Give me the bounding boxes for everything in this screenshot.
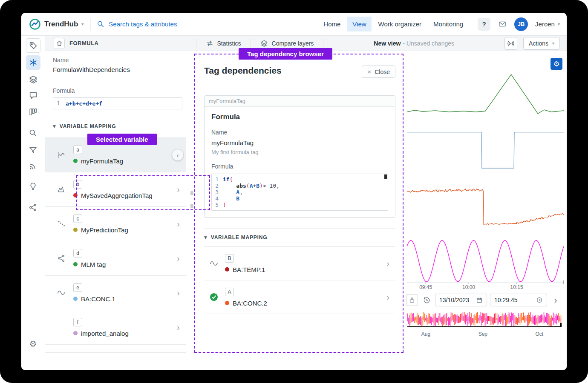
view-name-group: New view - Unsaved changes bbox=[374, 40, 454, 47]
lock-icon bbox=[409, 297, 415, 303]
statistics-button[interactable]: Statistics bbox=[196, 36, 251, 51]
variable-row-f[interactable]: f imported_analog › bbox=[45, 310, 186, 345]
close-icon: × bbox=[367, 69, 371, 75]
broadcast-icon bbox=[507, 40, 515, 47]
scatter-nodes-icon bbox=[29, 203, 37, 212]
rail-annotations-button[interactable] bbox=[26, 88, 40, 103]
actions-button[interactable]: Actions ▾ bbox=[523, 37, 560, 50]
variable-row-e[interactable]: e BA:CONC.1 › bbox=[45, 276, 186, 310]
trend-tag-icon bbox=[55, 289, 67, 297]
variable-mapping-label: VARIABLE MAPPING bbox=[60, 123, 116, 129]
tag-color-dot bbox=[73, 193, 78, 197]
rail-context-button[interactable] bbox=[26, 200, 40, 214]
chevron-right-icon: › bbox=[177, 323, 186, 332]
nav-work-organizer[interactable]: Work organizer bbox=[373, 17, 427, 31]
search-bar[interactable] bbox=[97, 20, 312, 28]
app-logo[interactable]: TrendHub ▾ bbox=[29, 18, 84, 30]
close-button[interactable]: × Close bbox=[362, 66, 395, 78]
live-mode-button[interactable] bbox=[504, 37, 517, 50]
help-button[interactable]: ? bbox=[478, 18, 490, 31]
time-field[interactable]: 10:29:45 bbox=[490, 294, 547, 306]
variable-row-a[interactable]: a myFormulaTag ‹ bbox=[45, 138, 186, 172]
app-name: TrendHub bbox=[44, 20, 78, 29]
step-forward-button[interactable]: › bbox=[550, 294, 561, 306]
panel-scrollbar-handle[interactable] bbox=[190, 191, 193, 195]
name-label: Name bbox=[211, 129, 388, 136]
date-field[interactable]: 13/10/2023 bbox=[435, 294, 487, 306]
chart-settings-button[interactable]: ⚙ bbox=[551, 58, 562, 70]
formula-expression-editor[interactable]: 1 a+b+c+d+e+f bbox=[53, 97, 182, 109]
chevron-right-icon: › bbox=[177, 254, 186, 263]
user-menu[interactable]: Jeroen ▾ bbox=[535, 20, 560, 28]
settings-button[interactable]: ⚙ bbox=[29, 339, 37, 349]
tag-name: MLM tag bbox=[81, 261, 106, 268]
dependency-variable-mapping-toggle[interactable]: ▼ VARIABLE MAPPING bbox=[204, 228, 395, 247]
variable-key-badge: b bbox=[73, 180, 82, 189]
aggregation-tag-icon bbox=[55, 185, 67, 194]
icon-rail: ⚙ bbox=[21, 36, 45, 370]
mapping-row-a[interactable]: A BA:CONC.2 › bbox=[204, 280, 395, 314]
collapse-panel-button[interactable]: ‹ bbox=[172, 149, 184, 161]
month-label: Sep bbox=[478, 331, 487, 337]
user-caret-icon: ▾ bbox=[558, 22, 560, 26]
formula-label: Formula bbox=[211, 163, 388, 170]
tag-color-dot bbox=[73, 331, 78, 335]
rail-layers-button[interactable] bbox=[26, 72, 40, 87]
variable-row-b[interactable]: b MySavedAggregationTag › bbox=[45, 172, 186, 207]
variable-mapping-toggle[interactable]: ▼ VARIABLE MAPPING bbox=[53, 121, 186, 131]
messages-button[interactable] bbox=[498, 20, 507, 28]
rail-formulas-button[interactable] bbox=[26, 55, 40, 70]
trendhub-logo-icon bbox=[29, 18, 41, 30]
code-line: 3 A, bbox=[212, 189, 388, 195]
tag-name: MyPredictionTag bbox=[81, 226, 128, 234]
search-input[interactable] bbox=[109, 20, 312, 28]
statistics-icon bbox=[206, 40, 213, 47]
avatar[interactable]: JB bbox=[514, 17, 528, 31]
trend-plot[interactable] bbox=[407, 70, 564, 285]
code-line: 1if( bbox=[212, 176, 388, 183]
series-orange-step-drop bbox=[407, 189, 564, 224]
card-formula-heading: Formula bbox=[211, 113, 388, 121]
actions-caret-icon: ▾ bbox=[552, 41, 554, 46]
variable-list: a myFormulaTag ‹ bbox=[45, 137, 186, 345]
variable-row-d[interactable]: d MLM tag › bbox=[45, 241, 186, 276]
nav-home[interactable]: Home bbox=[318, 17, 346, 31]
formula-panel: Name FormulaWithDependencies Formula 1 a… bbox=[45, 51, 186, 353]
rail-recommendations-button[interactable] bbox=[26, 179, 40, 193]
tag-name: MySavedAggregationTag bbox=[81, 192, 153, 199]
tag-name: BA:TEMP.1 bbox=[233, 266, 265, 273]
gear-icon: ⚙ bbox=[29, 339, 37, 349]
rail-dashboards-button[interactable] bbox=[26, 105, 40, 119]
context-timeline[interactable] bbox=[407, 312, 562, 327]
tag-color-dot bbox=[73, 262, 78, 266]
search-small-icon bbox=[29, 129, 37, 137]
home-icon bbox=[56, 40, 63, 46]
compare-layers-button[interactable]: Compare layers bbox=[251, 36, 323, 51]
nav-monitoring[interactable]: Monitoring bbox=[428, 17, 468, 31]
month-label: Oct bbox=[536, 331, 544, 337]
dependency-code-lines: 1if(2 abs(A+B)> 10,3 A,4 B5) bbox=[212, 176, 388, 208]
clock-icon bbox=[536, 297, 543, 303]
rail-tags-button[interactable] bbox=[26, 38, 40, 53]
variable-key-badge: d bbox=[73, 249, 82, 257]
formula-code-editor[interactable]: 1if(2 abs(A+B)> 10,3 A,4 B5) bbox=[211, 174, 388, 211]
columns-icon bbox=[29, 107, 38, 117]
chevron-right-icon: › bbox=[177, 220, 186, 228]
calendar-icon bbox=[476, 297, 483, 303]
rail-monitors-button[interactable] bbox=[26, 159, 40, 173]
time-tick-label: 10:00 bbox=[462, 284, 475, 290]
rail-search-button[interactable] bbox=[26, 126, 40, 140]
tag-name-value: myFormulaTag bbox=[211, 139, 388, 147]
scrollbar-thumb[interactable] bbox=[384, 174, 387, 179]
code-line: 4 B bbox=[212, 195, 388, 202]
mapping-row-b[interactable]: B BA:TEMP.1 › bbox=[204, 247, 395, 280]
history-button[interactable] bbox=[421, 294, 432, 306]
nav-view[interactable]: View bbox=[347, 17, 371, 31]
variable-row-c[interactable]: c MyPredictionTag › bbox=[45, 207, 186, 241]
chevron-right-icon: › bbox=[386, 293, 395, 301]
lock-button[interactable] bbox=[406, 294, 418, 306]
home-button[interactable] bbox=[54, 38, 65, 49]
brand-caret-icon[interactable]: ▾ bbox=[81, 22, 84, 26]
panel-scrollbar-handle[interactable] bbox=[190, 204, 193, 208]
rail-filters-button[interactable] bbox=[26, 143, 40, 157]
